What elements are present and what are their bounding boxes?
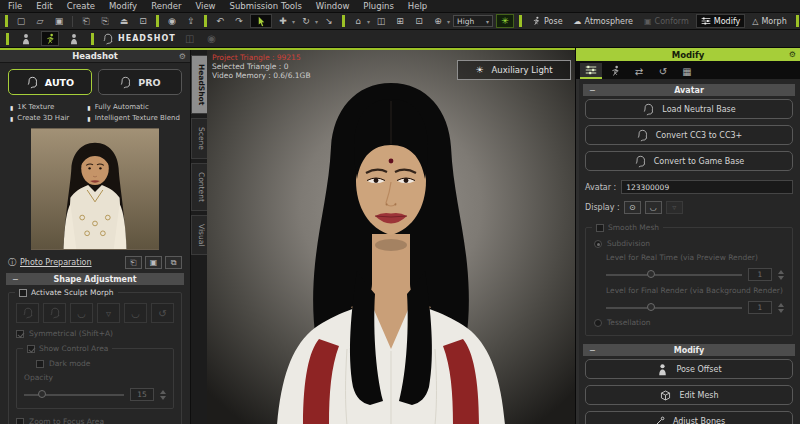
world-view-button[interactable]: ⊕ <box>430 14 446 28</box>
world-dropdown-arrow[interactable]: ▾ <box>447 18 450 25</box>
rotate-dropdown-arrow[interactable]: ▾ <box>315 18 318 25</box>
menu-file[interactable]: File <box>8 1 22 11</box>
show-avatar-button[interactable]: ⊙ <box>624 201 641 214</box>
modify-section[interactable]: − Modify <box>583 344 795 356</box>
modify-tab-strip: ⇄ ↺ ▦ <box>576 61 800 79</box>
group-separator <box>5 15 8 27</box>
move-tool-button[interactable]: ✚ <box>275 14 291 28</box>
convert-game-base-button[interactable]: Convert to Game Base <box>585 151 793 171</box>
panel-resize-grip[interactable] <box>576 79 579 424</box>
proportion-button[interactable] <box>65 31 83 46</box>
menu-submission-tools[interactable]: Submission Tools <box>230 1 302 11</box>
tab-transform[interactable]: ⇄ <box>628 63 650 79</box>
home-camera-button[interactable]: ⌂ <box>350 14 366 28</box>
upload-content-button[interactable]: ⇪ <box>183 14 199 28</box>
menu-help[interactable]: Help <box>408 1 427 11</box>
photo-save-button[interactable]: ▣ <box>145 256 162 269</box>
auxiliary-light-button[interactable]: ☀ Auxiliary Light <box>457 60 571 80</box>
frame-selected-button[interactable]: ⊡ <box>411 14 427 28</box>
level-final-slider-row: 1 <box>606 301 784 314</box>
atmosphere-button[interactable]: ☁Atmosphere <box>570 14 637 28</box>
morph-label: Morph <box>761 17 786 26</box>
menu-render[interactable]: Render <box>151 1 181 11</box>
headshot-plugin-button[interactable]: HEADSHOT <box>102 33 176 45</box>
scale-tool-button[interactable]: ↘ <box>321 14 337 28</box>
tab-morph[interactable]: ↺ <box>652 63 674 79</box>
video-memory-stat: Video Memory : 0.6/6.1GB <box>212 71 311 80</box>
avatar-proportion-button[interactable] <box>17 31 35 46</box>
symmetrical-label: Symmetrical (Shift+A) <box>29 329 113 338</box>
convert-cc3-button[interactable]: Convert CC3 to CC3+ <box>585 125 793 145</box>
auxiliary-light-label: Auxiliary Light <box>492 65 553 75</box>
side-tab-headshot[interactable]: HeadShot <box>191 55 207 114</box>
menu-modify[interactable]: Modify <box>109 1 137 11</box>
tab-pro[interactable]: PRO <box>98 69 182 95</box>
rotate-tool-button[interactable]: ↻ <box>298 14 314 28</box>
collapse-icon[interactable]: − <box>12 275 19 284</box>
sculpt-ear-icon: ↺ <box>158 308 166 319</box>
side-tab-visual[interactable]: Visual <box>191 215 207 255</box>
menu-create[interactable]: Create <box>67 1 95 11</box>
avatar-section[interactable]: − Avatar <box>583 84 795 96</box>
photo-export-button[interactable]: ⎗ <box>125 256 142 269</box>
edit-mesh-button[interactable]: Edit Mesh <box>585 385 793 405</box>
tab-attribute[interactable] <box>580 63 602 79</box>
transform-tab-icon: ⇄ <box>635 66 643 77</box>
convert-cc3-label: Convert CC3 to CC3+ <box>656 131 743 140</box>
select-tool-button[interactable] <box>250 14 272 28</box>
import-button[interactable]: ⎗ <box>78 14 94 28</box>
quality-dropdown[interactable]: High▾ <box>453 15 493 27</box>
level-realtime-spinner <box>778 270 784 280</box>
headshot-morph-button[interactable] <box>41 31 59 46</box>
sculpt-eyes-icon: ◡ <box>77 308 86 319</box>
feature-item: ▮Intelligent Texture Blend <box>87 114 180 122</box>
side-tab-scene[interactable]: Scene <box>191 118 207 159</box>
move-dropdown-arrow[interactable]: ▾ <box>292 18 295 25</box>
panel-gear-icon[interactable]: ⚙ <box>179 52 186 61</box>
realtime-render-button[interactable]: ✳ <box>496 14 514 28</box>
new-file-button[interactable]: ▢ <box>13 14 29 28</box>
undo-button[interactable]: ↶ <box>212 14 228 28</box>
open-project-button[interactable]: ▱ <box>32 14 48 28</box>
tab-animation[interactable] <box>604 63 626 79</box>
avatar-name-input[interactable] <box>621 180 793 194</box>
pose-offset-button[interactable]: Pose Offset <box>585 359 793 379</box>
menu-view[interactable]: View <box>195 1 215 11</box>
frame-all-icon: ⊞ <box>396 16 404 26</box>
camera-dropdown-arrow[interactable]: ▾ <box>367 18 370 25</box>
pose-button[interactable]: Pose <box>527 14 567 28</box>
collapse-icon[interactable]: − <box>589 346 596 355</box>
modify-gear-icon[interactable]: ⚙ <box>789 50 796 59</box>
selected-triangle-stat: Selected Triangle : 0 <box>212 62 311 71</box>
load-neutral-base-button[interactable]: Load Neutral Base <box>585 99 793 119</box>
3d-viewport[interactable]: Project Triangle : 99215 Selected Triang… <box>207 48 575 424</box>
frame-all-button[interactable]: ⊞ <box>392 14 408 28</box>
morph-button[interactable]: △Morph <box>748 14 790 28</box>
menu-plugins[interactable]: Plugins <box>363 1 393 11</box>
collapse-icon[interactable]: − <box>589 86 596 95</box>
opacity-slider-thumb <box>38 390 46 398</box>
render-image-button[interactable]: ◉ <box>164 14 180 28</box>
level-realtime-slider <box>606 274 742 276</box>
activate-sculpt-morph-label: Activate Sculpt Morph <box>31 288 114 297</box>
photo-popout-button[interactable]: ⧉ <box>165 256 182 269</box>
tab-auto[interactable]: AUTO <box>8 69 92 95</box>
adjust-bones-button[interactable]: Adjust Bones <box>585 411 793 424</box>
side-tab-content[interactable]: Content <box>191 163 207 211</box>
save-button[interactable]: ▣ <box>51 14 67 28</box>
show-lashes-button[interactable]: ◡ <box>645 201 662 214</box>
menu-window[interactable]: Window <box>316 1 350 11</box>
redo-button[interactable]: ↷ <box>231 14 247 28</box>
menu-edit[interactable]: Edit <box>36 1 52 11</box>
photo-preparation-link[interactable]: Photo Preparation <box>20 258 92 267</box>
activate-sculpt-morph-checkbox[interactable] <box>19 289 27 297</box>
modify-button[interactable]: Modify <box>696 14 746 28</box>
shape-adjustment-section[interactable]: − Shape Adjustment <box>6 273 184 285</box>
tab-material[interactable]: ▦ <box>676 63 698 79</box>
export-button[interactable]: ⎘ <box>97 14 113 28</box>
frame-region-button[interactable]: ◫ <box>373 14 389 28</box>
activate-sculpt-morph-row[interactable]: Activate Sculpt Morph <box>15 288 118 297</box>
send-to-button[interactable]: ⏏ <box>116 14 132 28</box>
mode-tabs: AUTO PRO <box>8 69 182 95</box>
snapshot-button[interactable]: ⊡ <box>135 14 151 28</box>
